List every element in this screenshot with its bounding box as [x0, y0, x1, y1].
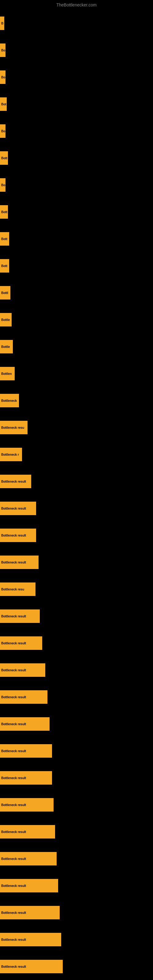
- bars-container: BBoBoBotBoBottBoBottBottBottBottlBottleB…: [0, 10, 153, 980]
- bar-row: Bottleneck result: [0, 549, 153, 576]
- bar-label: Bottleneck r: [1, 453, 19, 456]
- bar-label: Bottleneck result: [1, 480, 26, 483]
- bar-item: Bottleneck result: [0, 475, 31, 488]
- bar-label: Bott: [1, 264, 7, 268]
- bar-row: Bottleneck: [0, 387, 153, 414]
- bar-item: Bottleneck r: [0, 448, 22, 461]
- bar-item: Bottleneck result: [0, 717, 49, 731]
- bar-item: Bottleneck result: [0, 555, 38, 569]
- bar-item: Bottleneck: [0, 394, 19, 407]
- bar-item: Bottlen: [0, 367, 15, 380]
- bar-row: Bottleneck result: [0, 522, 153, 549]
- bar-item: Bo: [0, 178, 5, 192]
- bar-item: Bottleneck result: [0, 825, 55, 838]
- bar-item: Bottleneck result: [0, 744, 52, 758]
- bar-label: Bottleneck result: [1, 668, 26, 672]
- bar-row: Bottleneck resu: [0, 414, 153, 441]
- bar-item: Bottl: [0, 286, 10, 299]
- bar-item: Bottleneck resu: [0, 421, 27, 434]
- bar-label: Bottleneck result: [1, 695, 26, 699]
- bar-row: Bottleneck result: [0, 764, 153, 791]
- bar-row: Bo: [0, 118, 153, 145]
- bar-item: Bottleneck result: [0, 609, 40, 623]
- bar-label: Bottl: [1, 291, 8, 294]
- bar-item: Bottleneck result: [0, 852, 57, 865]
- bar-row: Bottleneck result: [0, 468, 153, 495]
- bar-label: Bottlen: [1, 372, 12, 375]
- bar-label: Bottleneck result: [1, 722, 26, 726]
- bar-row: Bo: [0, 37, 153, 64]
- bar-label: Bottleneck result: [1, 830, 26, 834]
- bar-row: Bottleneck result: [0, 603, 153, 630]
- bar-row: B: [0, 10, 153, 37]
- bar-label: Bottle: [1, 318, 10, 321]
- bar-row: Bo: [0, 172, 153, 199]
- bar-label: Bottleneck result: [1, 749, 26, 753]
- bar-item: Bottleneck result: [0, 771, 52, 784]
- bar-item: Bottleneck result: [0, 528, 36, 542]
- bar-label: Bo: [1, 130, 5, 133]
- bar-item: B: [0, 16, 4, 30]
- bar-item: Bottleneck result: [0, 636, 42, 650]
- bar-item: Bo: [0, 124, 5, 138]
- bar-item: Bott: [0, 259, 9, 272]
- bar-item: Bottleneck resu: [0, 582, 35, 596]
- bar-item: Bottleneck result: [0, 663, 45, 677]
- bar-row: Bottleneck result: [0, 791, 153, 818]
- bar-row: Bottleneck result: [0, 684, 153, 711]
- bar-row: Bottleneck result: [0, 657, 153, 684]
- bar-row: Bottl: [0, 279, 153, 306]
- bar-label: Bottleneck result: [1, 884, 26, 888]
- bar-row: Bott: [0, 225, 153, 252]
- bar-row: Bottleneck result: [0, 737, 153, 764]
- bar-label: Bottleneck result: [1, 857, 26, 861]
- bar-item: Bottle: [0, 340, 13, 353]
- bar-item: Bottleneck result: [0, 879, 58, 892]
- bar-label: Bottleneck result: [1, 615, 26, 618]
- bar-label: Bott: [1, 210, 7, 214]
- bar-label: B: [1, 22, 3, 25]
- bar-row: Bott: [0, 145, 153, 172]
- bar-row: Bottleneck result: [0, 630, 153, 657]
- bar-row: Bottle: [0, 333, 153, 360]
- bar-row: Bo: [0, 64, 153, 91]
- bar-row: Bott: [0, 199, 153, 225]
- bar-item: Bo: [0, 43, 5, 57]
- bar-label: Bott: [1, 237, 7, 241]
- bar-row: Bottleneck resu: [0, 576, 153, 603]
- bar-label: Bottle: [1, 345, 10, 348]
- bar-label: Bo: [1, 49, 5, 52]
- bar-row: Bottleneck result: [0, 818, 153, 845]
- bar-label: Bottleneck result: [1, 965, 26, 968]
- bar-item: Bo: [0, 70, 5, 84]
- bar-item: Bottleneck result: [0, 502, 36, 515]
- bar-label: Bot: [1, 103, 6, 106]
- bar-label: Bottleneck result: [1, 561, 26, 564]
- bar-item: Bottleneck result: [0, 960, 63, 973]
- bar-label: Bott: [1, 156, 7, 160]
- bar-label: Bottleneck result: [1, 507, 26, 510]
- bar-item: Bottle: [0, 313, 12, 326]
- bar-label: Bottleneck result: [1, 641, 26, 645]
- bar-label: Bottleneck result: [1, 776, 26, 780]
- site-title: TheBottlenecker.com: [0, 0, 153, 10]
- bar-row: Bottle: [0, 306, 153, 333]
- bar-row: Bottleneck result: [0, 711, 153, 737]
- bar-label: Bottleneck resu: [1, 588, 24, 591]
- bar-item: Bottleneck result: [0, 906, 60, 920]
- bar-row: Bottlen: [0, 360, 153, 387]
- bar-item: Bott: [0, 232, 9, 246]
- bar-item: Bott: [0, 205, 8, 219]
- bar-label: Bottleneck: [1, 399, 17, 402]
- bar-label: Bottleneck result: [1, 803, 26, 807]
- bar-label: Bottleneck result: [1, 938, 26, 942]
- bar-item: Bottleneck result: [0, 933, 61, 946]
- bar-label: Bo: [1, 76, 5, 79]
- bar-row: Bottleneck result: [0, 953, 153, 980]
- bar-row: Bottleneck result: [0, 926, 153, 953]
- bar-item: Bott: [0, 151, 8, 165]
- bar-row: Bottleneck result: [0, 899, 153, 926]
- bar-row: Bottleneck result: [0, 872, 153, 899]
- bar-label: Bottleneck result: [1, 534, 26, 537]
- bar-label: Bottleneck result: [1, 911, 26, 915]
